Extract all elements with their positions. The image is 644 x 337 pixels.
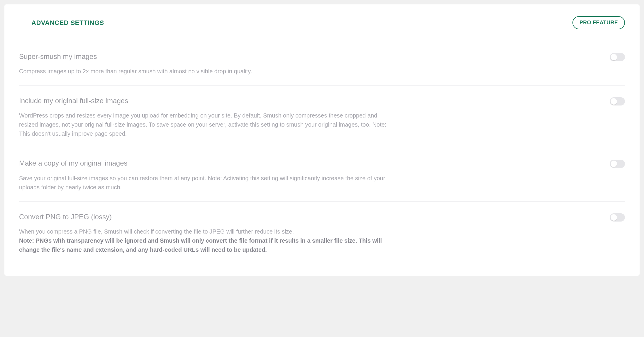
desc-line: When you compress a PNG file, Smush will… [19,228,294,235]
panel-header: ADVANCED SETTINGS PRO FEATURE [19,16,625,41]
setting-title: Make a copy of my original images [19,159,389,168]
setting-content: Super-smush my images Compress images up… [19,52,389,76]
panel-title: ADVANCED SETTINGS [31,19,104,27]
setting-super-smush: Super-smush my images Compress images up… [19,41,625,86]
toggle-include-original[interactable] [610,97,625,105]
setting-include-original: Include my original full-size images Wor… [19,86,625,148]
setting-content: Make a copy of my original images Save y… [19,159,389,192]
advanced-settings-panel: ADVANCED SETTINGS PRO FEATURE Super-smus… [4,4,640,276]
desc-note: Note: PNGs with transparency will be ign… [19,237,382,253]
toggle-convert-png[interactable] [610,213,625,222]
setting-description: Compress images up to 2x more than regul… [19,67,389,76]
setting-title: Convert PNG to JPEG (lossy) [19,212,389,221]
setting-make-copy: Make a copy of my original images Save y… [19,148,625,201]
pro-feature-button[interactable]: PRO FEATURE [572,16,625,29]
setting-content: Convert PNG to JPEG (lossy) When you com… [19,212,389,254]
setting-description: Save your original full-size images so y… [19,174,389,192]
setting-content: Include my original full-size images Wor… [19,96,389,138]
setting-title: Super-smush my images [19,52,389,61]
toggle-super-smush[interactable] [610,53,625,61]
toggle-make-copy[interactable] [610,160,625,168]
setting-title: Include my original full-size images [19,96,389,105]
setting-convert-png: Convert PNG to JPEG (lossy) When you com… [19,202,625,264]
setting-description: When you compress a PNG file, Smush will… [19,227,389,254]
setting-description: WordPress crops and resizes every image … [19,111,389,138]
